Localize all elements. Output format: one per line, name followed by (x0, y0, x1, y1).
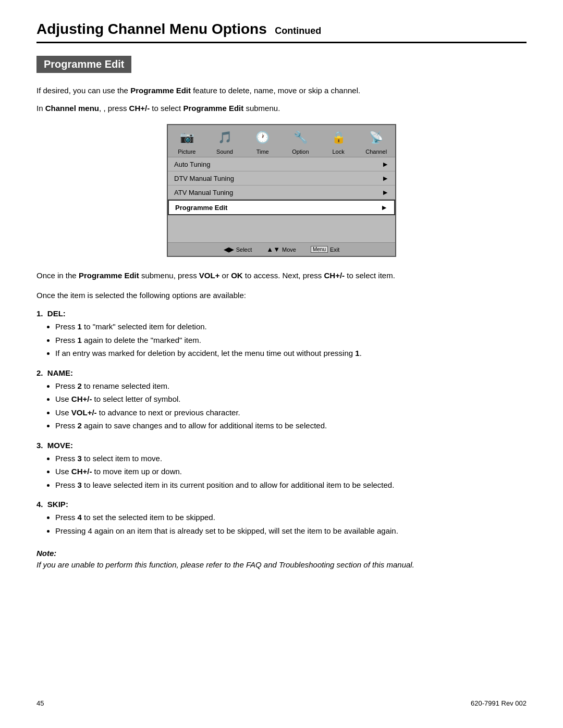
time-icon: 🕐 (253, 128, 272, 147)
name-bullets: Press 2 to rename selected item. Use CH+… (55, 379, 527, 433)
menu-item-atv-manual: ATV Manual Tuning ► (168, 186, 395, 200)
channel-icon: 📡 (367, 128, 386, 147)
list-item: Press 3 to select item to move. (55, 452, 527, 465)
menu-items: Auto Tuning ► DTV Manual Tuning ► ATV Ma… (168, 157, 395, 242)
arrow-icon: ► (381, 203, 388, 212)
menu-icon-sound: 🎵 Sound (206, 125, 244, 157)
menu-item-dtv-manual: DTV Manual Tuning ► (168, 171, 395, 186)
body-paragraph-1: Once in the Programme Edit submenu, pres… (36, 269, 527, 282)
arrow-icon: ► (382, 174, 389, 182)
sound-icon: 🎵 (215, 128, 234, 147)
menu-icon-option: 🔧 Option (282, 125, 320, 157)
lock-icon: 🔒 (329, 128, 348, 147)
move-icon: ▲▼ (266, 245, 280, 253)
menu-icons-row: 📷 Picture 🎵 Sound 🕐 Time 🔧 Option 🔒 Lock… (168, 125, 395, 157)
select-icon: ◀▶ (224, 245, 234, 253)
arrow-icon: ► (382, 160, 389, 168)
menu-icon-time: 🕐 Time (243, 125, 282, 157)
menu-icon-picture: 📷 Picture (168, 125, 206, 157)
list-item: Use CH+/- to select letter of symbol. (55, 392, 527, 406)
menu-footer: ◀▶ Select ▲▼ Move Menu Exit (168, 242, 395, 256)
intro-paragraph-1: If desired, you can use the Programme Ed… (36, 84, 527, 97)
option-skip: 4. SKIP: Press 4 to set the selected ite… (36, 500, 527, 537)
list-item: Press 2 to rename selected item. (55, 379, 527, 393)
footer-exit: Menu Exit (311, 245, 339, 253)
arrow-icon: ► (382, 188, 389, 196)
move-bullets: Press 3 to select item to move. Use CH+/… (55, 452, 527, 492)
page-footer: 45 620-7991 Rev 002 (36, 699, 527, 707)
del-bullets: Press 1 to "mark" selected item for dele… (55, 320, 527, 360)
list-item: Press 1 again to delete the "marked" ite… (55, 334, 527, 347)
list-item: Use CH+/- to move item up or down. (55, 465, 527, 478)
page-title: Adjusting Channel Menu Options Continued (36, 21, 527, 43)
list-item: Press 4 to set the selected item to be s… (55, 511, 527, 524)
footer-move: ▲▼ Move (266, 245, 296, 253)
menu-item-auto-tuning: Auto Tuning ► (168, 157, 395, 171)
list-item: Press 2 again to save changes and to all… (55, 419, 527, 433)
option-icon: 🔧 (291, 128, 310, 147)
list-item: Pressing 4 again on an item that is alre… (55, 524, 527, 538)
menu-box: 📷 Picture 🎵 Sound 🕐 Time 🔧 Option 🔒 Lock… (167, 124, 396, 257)
footer-select: ◀▶ Select (224, 245, 252, 253)
list-item: Use VOL+/- to advance to next or previou… (55, 406, 527, 419)
doc-ref: 620-7991 Rev 002 (471, 699, 527, 707)
page-number: 45 (36, 699, 44, 707)
list-item: Press 3 to leave selected item in its cu… (55, 478, 527, 492)
list-item: Press 1 to "mark" selected item for dele… (55, 320, 527, 334)
intro-paragraph-2: In Channel menu, , press CH+/- to select… (36, 102, 527, 115)
picture-icon: 📷 (177, 128, 196, 147)
menu-item-programme-edit: Programme Edit ► (168, 200, 395, 215)
menu-button-icon: Menu (311, 246, 328, 253)
menu-screenshot: 📷 Picture 🎵 Sound 🕐 Time 🔧 Option 🔒 Lock… (36, 124, 527, 257)
menu-icon-channel: 📡 Channel (357, 125, 395, 157)
skip-bullets: Press 4 to set the selected item to be s… (55, 511, 527, 537)
note-section: Note: If you are unable to perform this … (36, 549, 527, 571)
option-del: 1. DEL: Press 1 to "mark" selected item … (36, 309, 527, 360)
option-move: 3. MOVE: Press 3 to select item to move.… (36, 441, 527, 492)
body-paragraph-2: Once the item is selected the following … (36, 289, 527, 302)
section-heading: Programme Edit (36, 56, 527, 84)
option-name: 2. NAME: Press 2 to rename selected item… (36, 368, 527, 433)
list-item: If an entry was marked for deletion by a… (55, 347, 527, 360)
menu-icon-lock: 🔒 Lock (320, 125, 358, 157)
